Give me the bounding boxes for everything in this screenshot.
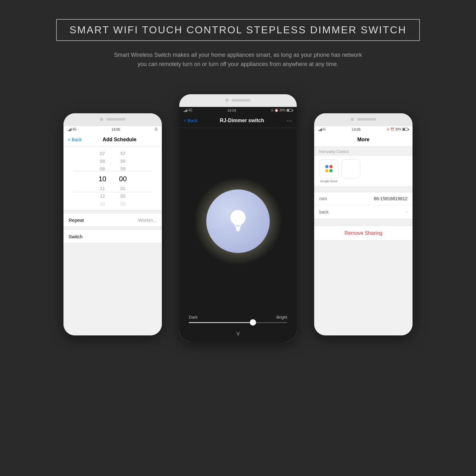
bulb-area	[179, 128, 297, 315]
phone-right: G 14:05 ⊙ ⏰ 39% More hird-party Control	[314, 113, 413, 335]
speaker-left	[106, 118, 125, 121]
switch-label: Switch	[69, 234, 83, 239]
camera-center	[225, 99, 228, 102]
slider-area: Dark Bright	[179, 315, 297, 326]
slider-thumb[interactable]	[250, 319, 256, 326]
min-59: 59	[120, 165, 125, 172]
phones-container: 4G 14:05 G < Back Add Schedule 07 08 09 …	[48, 88, 428, 374]
nav-title-center: RJ-Dimmer switch	[197, 118, 287, 123]
third-party-section: Google Home	[314, 155, 413, 187]
hour-10: 10	[99, 173, 106, 184]
min-57: 57	[120, 150, 125, 157]
schedule-content: 07 08 09 10 11 12 13 57 58 59 00 01 02 0…	[63, 147, 162, 335]
chevron-down[interactable]: ∨	[179, 329, 297, 342]
hour-09: 09	[100, 165, 105, 172]
min-58: 58	[120, 158, 125, 165]
time-right: 14:05	[352, 128, 361, 131]
hour-11: 11	[100, 185, 105, 192]
subtitle: Smart Wireless Switch makes all your hom…	[111, 50, 365, 69]
battery-pct-left: G	[155, 128, 157, 131]
nav-bar-left: < Back Add Schedule	[63, 133, 162, 147]
status-bar-left: 4G 14:05 G	[63, 126, 162, 133]
signal-left: 4G	[72, 128, 76, 131]
time-left: 14:05	[111, 128, 120, 131]
back-btn-center[interactable]: < Back	[184, 118, 197, 123]
more-content: hird-party Control	[314, 147, 413, 335]
repeat-label: Repeat	[69, 217, 84, 223]
bulb-circle	[206, 189, 270, 253]
phone-top-bar-right	[314, 113, 413, 126]
switch-row[interactable]: Switch	[63, 230, 162, 243]
header-box: SMART WIFI TOUCH CONTROL STEPLESS DIMMER…	[56, 19, 420, 41]
bright-label: Bright	[276, 315, 287, 320]
min-00: 00	[119, 173, 127, 184]
google-home-label: Google Home	[319, 180, 338, 183]
camera-right	[351, 118, 354, 121]
svg-point-0	[230, 210, 246, 225]
back-label: back	[319, 209, 329, 215]
nav-bar-center: < Back RJ-Dimmer switch ···	[179, 114, 297, 128]
phone-top-bar-left	[63, 113, 162, 126]
from-label: rom	[319, 196, 327, 201]
back-row[interactable]: back ›	[314, 205, 413, 219]
min-03: 03	[120, 201, 125, 208]
from-value: 86-15816819812	[374, 196, 407, 201]
back-btn-left[interactable]: < Back	[68, 137, 82, 142]
signal-right: G	[323, 128, 326, 131]
camera-left	[100, 118, 103, 121]
bulb-svg	[224, 207, 252, 235]
hour-07: 07	[100, 150, 105, 157]
hour-column: 07 08 09 10 11 12 13	[99, 150, 106, 207]
nav-bar-right: More	[314, 133, 413, 147]
slider-track[interactable]	[189, 322, 287, 323]
hour-08: 08	[100, 158, 105, 165]
remove-sharing-section[interactable]: Remove Sharing	[314, 226, 413, 241]
more-info-section: rom 86-15816819812 back ›	[314, 192, 413, 219]
repeat-value: Workin...	[138, 217, 157, 223]
phone-center: 4G 14:04 ⊙ ⏰ 39% < Back RJ-Dimmer switch…	[179, 94, 297, 342]
nav-title-left: Add Schedule	[82, 137, 157, 142]
svg-rect-3	[237, 230, 240, 231]
status-bar-right-phone: G 14:05 ⊙ ⏰ 39%	[314, 126, 413, 133]
from-row: rom 86-15816819812	[314, 192, 413, 205]
remove-sharing-text[interactable]: Remove Sharing	[344, 230, 382, 236]
hour-12: 12	[100, 193, 105, 200]
min-02: 02	[120, 193, 125, 200]
speaker-center	[232, 99, 251, 102]
section-header-third-party: hird-party Control	[314, 147, 413, 155]
main-title: SMART WIFI TOUCH CONTROL STEPLESS DIMMER…	[69, 24, 407, 36]
hour-13: 13	[100, 201, 105, 208]
more-btn-center[interactable]: ···	[287, 117, 292, 124]
signal-center: 4G	[188, 109, 192, 112]
svg-rect-2	[236, 229, 240, 230]
svg-rect-1	[236, 228, 241, 229]
min-01: 01	[120, 185, 125, 192]
time-center: 14:04	[228, 109, 236, 112]
slider-fill	[189, 322, 253, 323]
back-chevron: ›	[406, 209, 407, 215]
nav-title-right: More	[319, 137, 408, 142]
google-home-item[interactable]: Google Home	[319, 159, 338, 183]
minute-column: 57 58 59 00 01 02 03	[119, 150, 127, 207]
speaker-right	[357, 118, 376, 121]
time-picker[interactable]: 07 08 09 10 11 12 13 57 58 59 00 01 02 0…	[63, 147, 162, 210]
dark-label: Dark	[189, 315, 197, 320]
phone-top-bar-center	[179, 94, 297, 107]
slider-labels: Dark Bright	[189, 315, 287, 320]
dimmer-screen: 4G 14:04 ⊙ ⏰ 39% < Back RJ-Dimmer switch…	[179, 107, 297, 342]
google-home-icon	[319, 159, 338, 178]
repeat-row[interactable]: Repeat Workin...	[63, 214, 162, 227]
empty-slot-1	[341, 159, 360, 178]
status-bar-center: 4G 14:04 ⊙ ⏰ 39%	[179, 107, 297, 114]
phone-left: 4G 14:05 G < Back Add Schedule 07 08 09 …	[63, 113, 162, 335]
